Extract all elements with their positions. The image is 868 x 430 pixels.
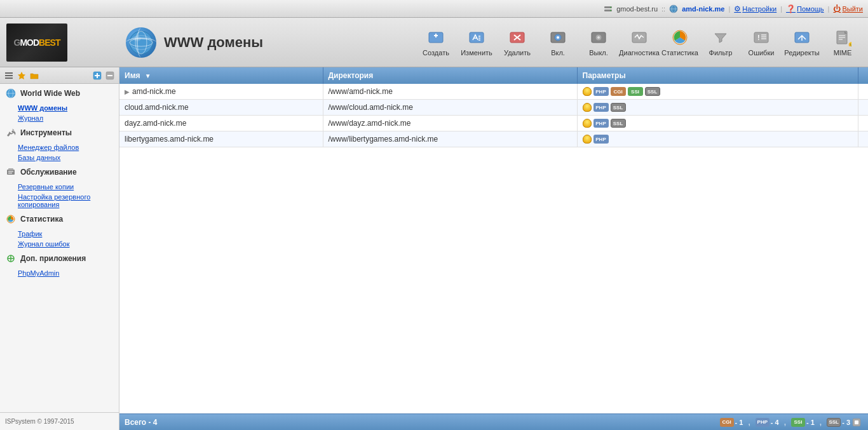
sidebar-item-backup-settings[interactable]: Настройка резервного копирования xyxy=(0,192,119,210)
ssi-badge: SSI xyxy=(628,87,643,96)
delete-button[interactable]: Удалить xyxy=(498,24,536,62)
section-extra-apps-header[interactable]: Доп. приложения xyxy=(0,249,119,268)
logo-area: GMODBEST xyxy=(6,24,126,62)
server-icon xyxy=(604,4,613,13)
section-extra-apps: Доп. приложения PhpMyAdmin xyxy=(0,249,119,278)
svg-point-2 xyxy=(610,6,611,8)
sidebar-folder-icon[interactable] xyxy=(29,71,39,81)
create-button[interactable]: Создать xyxy=(417,24,455,62)
row-scroll-cell xyxy=(858,84,868,100)
main-content: Имя ▼ Директория Параметры xyxy=(119,67,868,430)
bulb-icon xyxy=(583,87,592,96)
diag-button[interactable]: Диагностика xyxy=(620,24,658,62)
page-globe-icon xyxy=(126,27,156,58)
toolbar-buttons: Создать Изменить Удалить В xyxy=(417,24,862,62)
top-bar: gmod-best.ru :: amd-nick.me | ⚙ Настройк… xyxy=(0,0,868,18)
section-maintenance-label: Обслуживание xyxy=(20,168,77,177)
status-scroll-icon xyxy=(850,418,863,427)
sidebar-item-phpmyadmin[interactable]: PhpMyAdmin xyxy=(0,268,119,278)
create-label: Создать xyxy=(423,49,449,57)
mime-label: MIME xyxy=(834,49,852,57)
top-sep3: | xyxy=(828,5,830,13)
th-scroll xyxy=(858,67,868,84)
status-badges: CGI - 1 , PHP - 4 , SSI - 1 xyxy=(720,417,850,427)
redirect-button[interactable]: Редиректы xyxy=(783,24,821,62)
stat-button[interactable]: Статистика xyxy=(661,24,699,62)
row-name: ▶amd-nick.me xyxy=(119,84,323,100)
status-sep1: , xyxy=(748,418,750,427)
php-badge: PHP xyxy=(593,135,609,144)
section-www: World Wide Web WWW домены Журнал xyxy=(0,84,119,123)
badges-container: PHP SSL xyxy=(583,103,853,112)
cgi-badge-icon: CGI xyxy=(720,417,734,427)
sidebar-top-bar xyxy=(0,67,119,84)
svg-point-11 xyxy=(133,36,141,41)
table-container[interactable]: Имя ▼ Директория Параметры xyxy=(119,67,868,413)
diag-label: Диагностика xyxy=(619,49,660,57)
section-tools-label: Инструменты xyxy=(20,128,72,137)
sidebar-item-www-domains[interactable]: WWW домены xyxy=(0,103,119,113)
row-dir: /www/amd-nick.me xyxy=(323,84,577,100)
section-tools-header[interactable]: Инструменты xyxy=(0,123,119,142)
domain-name: amd-nick.me xyxy=(682,5,724,13)
section-maintenance-header[interactable]: Обслуживание xyxy=(0,163,119,182)
sidebar-item-databases[interactable]: Базы данных xyxy=(0,152,119,163)
status-sep2: , xyxy=(784,418,786,427)
sidebar-list-icon[interactable] xyxy=(4,71,14,81)
errors-button[interactable]: ! Ошибки xyxy=(742,24,780,62)
create-icon xyxy=(426,27,446,48)
status-total: Всего - 4 xyxy=(125,418,720,427)
filter-button[interactable]: Фильтр xyxy=(702,24,740,62)
svg-rect-64 xyxy=(855,420,858,424)
logout-button[interactable]: ⏻ Выйти xyxy=(833,4,863,13)
errors-label: Ошибки xyxy=(749,49,775,57)
section-statistics-header[interactable]: Статистика xyxy=(0,210,119,229)
svg-point-3 xyxy=(610,10,611,11)
badges-container: PHP SSL xyxy=(583,119,853,128)
section-www-header[interactable]: World Wide Web xyxy=(0,84,119,103)
badges-container: PHP CGI SSI SSL xyxy=(583,87,853,96)
sidebar-item-traffic[interactable]: Трафик xyxy=(0,229,119,239)
domains-table: Имя ▼ Директория Параметры xyxy=(119,67,868,147)
help-button[interactable]: ❓ Помощь xyxy=(786,4,824,13)
page-header: WWW домены Создать Изменить xyxy=(126,24,862,62)
settings-button[interactable]: ⚙ Настройки xyxy=(734,4,776,13)
sidebar-item-error-log[interactable]: Журнал ошибок xyxy=(0,239,119,249)
sidebar-item-journal[interactable]: Журнал xyxy=(0,113,119,123)
table-row[interactable]: libertygames.amd-nick.me /www/libertygam… xyxy=(119,131,868,147)
sidebar-star-icon[interactable] xyxy=(17,71,27,81)
section-maintenance-icon xyxy=(5,166,17,178)
enable-icon xyxy=(548,27,568,48)
row-dir: /www/dayz.amd-nick.me xyxy=(323,116,577,131)
separator: :: xyxy=(661,5,665,13)
sidebar-add-icon[interactable] xyxy=(92,71,102,81)
th-name[interactable]: Имя ▼ xyxy=(119,67,323,84)
table-row[interactable]: dayz.amd-nick.me /www/dayz.amd-nick.me P… xyxy=(119,116,868,131)
table-row[interactable]: ▶amd-nick.me /www/amd-nick.me PHP CGI SS… xyxy=(119,84,868,100)
disable-button[interactable]: Выкл. xyxy=(580,24,618,62)
row-params: PHP SSL xyxy=(577,100,858,116)
edit-label: Изменить xyxy=(461,49,492,57)
sidebar-item-file-manager[interactable]: Менеджер файлов xyxy=(0,142,119,152)
content-wrapper: World Wide Web WWW домены Журнал Инструм… xyxy=(0,67,868,430)
svg-point-10 xyxy=(130,36,153,50)
bulb-icon xyxy=(583,103,592,112)
help-label: Помощь xyxy=(797,5,824,13)
svg-point-9 xyxy=(130,39,153,46)
svg-text:!: ! xyxy=(757,34,760,41)
edit-button[interactable]: Изменить xyxy=(458,24,496,62)
row-arrow-icon: ▶ xyxy=(125,88,130,95)
sort-arrow-icon: ▼ xyxy=(145,72,151,79)
enable-button[interactable]: Вкл. xyxy=(539,24,577,62)
sidebar-item-backups[interactable]: Резервные копии xyxy=(0,182,119,192)
ssl-count: - 3 xyxy=(842,419,850,426)
bulb-icon xyxy=(583,135,592,144)
svg-rect-31 xyxy=(754,32,768,43)
row-scroll-cell xyxy=(858,131,868,147)
table-row[interactable]: cloud.amd-nick.me /www/cloud.amd-nick.me… xyxy=(119,100,868,116)
row-params: PHP SSL xyxy=(577,116,858,131)
disable-label: Выкл. xyxy=(589,49,608,57)
sidebar-remove-icon[interactable] xyxy=(105,71,115,81)
mime-button[interactable]: 😊 MIME xyxy=(824,24,862,62)
redirect-label: Редиректы xyxy=(784,49,819,57)
